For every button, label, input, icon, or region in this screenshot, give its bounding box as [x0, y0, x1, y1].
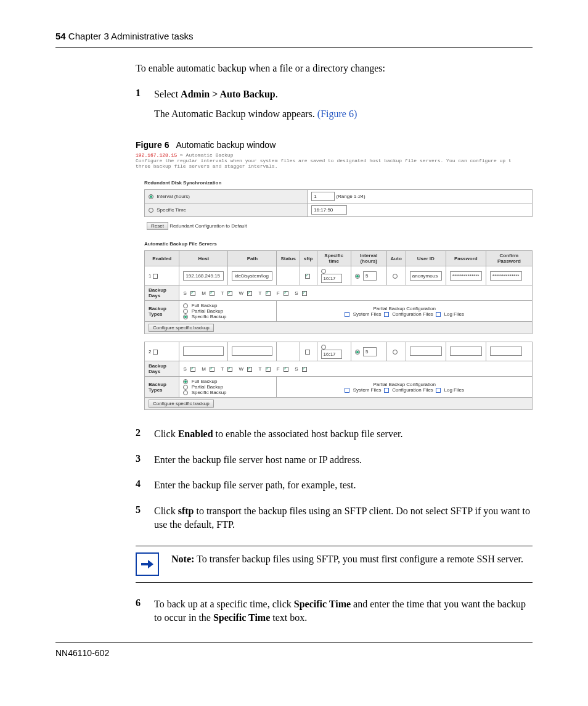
specific-time-radio[interactable] [149, 208, 153, 213]
row2-logfiles-checkbox[interactable] [436, 388, 441, 393]
day-sa2[interactable] [302, 367, 307, 372]
row1-logfiles-checkbox[interactable] [436, 312, 441, 317]
row1-cfgfiles-checkbox[interactable] [384, 312, 389, 317]
row1-stime-input[interactable]: 16:17 [321, 274, 342, 283]
step1-line2a: The Automatic Backup window appears. [154, 109, 317, 119]
row2-sftp-checkbox[interactable] [305, 350, 310, 355]
day-w1[interactable] [247, 291, 252, 296]
row1-intv-input[interactable]: 5 [363, 271, 377, 281]
ss-desc2: three backup file servers and stagger in… [136, 163, 533, 169]
figure-label: Figure 6 [136, 140, 169, 150]
col-pwd: Password [446, 251, 486, 266]
row2-days-label: Backup Days [145, 361, 179, 377]
partial-config-title: Partial Backup Configuration [280, 306, 528, 311]
col-host: Host [179, 251, 228, 266]
step-2: 2 Click Enabled to enable the associated… [136, 427, 533, 447]
row2-specific-radio[interactable] [183, 390, 188, 395]
row1-auto-radio[interactable] [393, 274, 398, 279]
reset-text: Redundant Configuration to Default [169, 223, 247, 229]
day-s1[interactable] [190, 291, 195, 296]
ss-ip: 192.167.128.15 [136, 152, 177, 158]
configure-specific-backup-button-2[interactable]: Configure specific backup [149, 400, 214, 408]
step1-text-a: Select [154, 89, 181, 99]
row1-sysfiles-checkbox[interactable] [345, 312, 349, 317]
row1-sftp-checkbox[interactable] [305, 274, 310, 279]
interval-input[interactable]: 1 [311, 192, 335, 201]
row1-cpwd-input[interactable]: ************** [490, 271, 522, 281]
row1-intv-radio[interactable] [355, 274, 360, 279]
day-s2[interactable] [190, 367, 195, 372]
day-t2[interactable] [227, 367, 232, 372]
step-number: 2 [136, 427, 154, 447]
step-number: 4 [136, 478, 154, 498]
figure-reference-link[interactable]: (Figure 6) [317, 109, 357, 119]
row1-pwd-input[interactable]: ************** [450, 271, 482, 281]
row2-stime-radio[interactable] [321, 345, 326, 350]
col-enabled: Enabled [145, 251, 179, 266]
note-box: Note: To transfer backup files using SFT… [136, 546, 533, 583]
row1-specific-radio[interactable] [183, 314, 188, 319]
row2-cpwd-input[interactable] [490, 347, 522, 356]
day-th1[interactable] [266, 291, 271, 296]
row1-full-radio[interactable] [183, 303, 188, 308]
ss-redundant-title: Redundant Disk Synchronization [144, 180, 533, 186]
row2-partial-radio[interactable] [183, 385, 188, 390]
row1-host-input[interactable]: 192.168.249.15 [183, 271, 224, 281]
ss-servers-title: Automatic Backup File Servers [144, 241, 533, 247]
row2-stime-input[interactable]: 16:17 [321, 350, 342, 359]
step-number: 1 [136, 88, 154, 126]
specific-time-input[interactable]: 16:17:50 [311, 205, 347, 215]
row2-host-input[interactable] [183, 347, 224, 356]
col-stime: Specific time [317, 251, 351, 266]
interval-range: (Range 1-24) [336, 194, 365, 199]
day-th2[interactable] [266, 367, 271, 372]
row1-path-input[interactable]: ide0/system/log [232, 271, 272, 281]
row2-intv-radio[interactable] [355, 350, 360, 355]
day-m1[interactable] [210, 291, 214, 296]
step-6: 6 To back up at a specific time, click S… [136, 597, 533, 630]
row1-partial-radio[interactable] [183, 309, 188, 314]
row2-path-input[interactable] [232, 347, 272, 356]
day-t1[interactable] [227, 291, 232, 296]
day-f1[interactable] [284, 291, 288, 296]
row1-user-input[interactable]: anonymous [410, 271, 442, 281]
intro-text: To enable automatic backup when a file o… [136, 63, 533, 74]
row2-intv-input[interactable]: 5 [363, 347, 377, 356]
note-text: To transfer backup files using SFTP, you… [194, 554, 523, 564]
col-intv: Interval (hours) [351, 251, 386, 266]
page-footer: NN46110-602 [55, 642, 533, 658]
row1-idx: 1 [149, 273, 151, 279]
row1-days-cell: S M T W T F S [179, 285, 533, 301]
step-4: 4 Enter the backup file server path, for… [136, 478, 533, 498]
row2-full-radio[interactable] [183, 379, 188, 384]
row2-enabled-checkbox[interactable] [153, 350, 158, 355]
row1-stime-radio[interactable] [321, 269, 326, 274]
row1-types-label: Backup Types [145, 301, 179, 322]
day-sa1[interactable] [302, 291, 307, 296]
backup-servers-table: Enabled Host Path Status sftp Specific t… [144, 250, 533, 410]
page-number: 54 [55, 31, 66, 41]
step-number: 3 [136, 453, 154, 473]
col-sftp: sftp [300, 251, 317, 266]
chapter-title: Chapter 3 Administrative tasks [68, 31, 194, 41]
row2-user-input[interactable] [410, 347, 442, 356]
day-w2[interactable] [247, 367, 252, 372]
step-1: 1 Select Admin > Auto Backup. The Automa… [136, 88, 533, 126]
interval-radio[interactable] [149, 194, 153, 199]
day-f2[interactable] [284, 367, 288, 372]
step-number: 6 [136, 597, 154, 630]
row1-days-label: Backup Days [145, 285, 179, 301]
row2-cfgfiles-checkbox[interactable] [384, 388, 389, 393]
note-label: Note: [171, 554, 194, 564]
row2-pwd-input[interactable] [450, 347, 482, 356]
step-3: 3 Enter the backup file server host name… [136, 453, 533, 473]
figure-caption: Figure 6 Automatic backup window [136, 140, 533, 150]
row1-enabled-checkbox[interactable] [153, 274, 158, 279]
row2-auto-radio[interactable] [393, 350, 398, 355]
main-content: To enable automatic backup when a file o… [136, 63, 533, 630]
configure-specific-backup-button-1[interactable]: Configure specific backup [149, 324, 214, 332]
reset-button[interactable]: Reset [147, 222, 168, 230]
step-5: 5 Click sftp to transport the backup fil… [136, 504, 533, 537]
row2-sysfiles-checkbox[interactable] [345, 388, 349, 393]
day-m2[interactable] [210, 367, 214, 372]
